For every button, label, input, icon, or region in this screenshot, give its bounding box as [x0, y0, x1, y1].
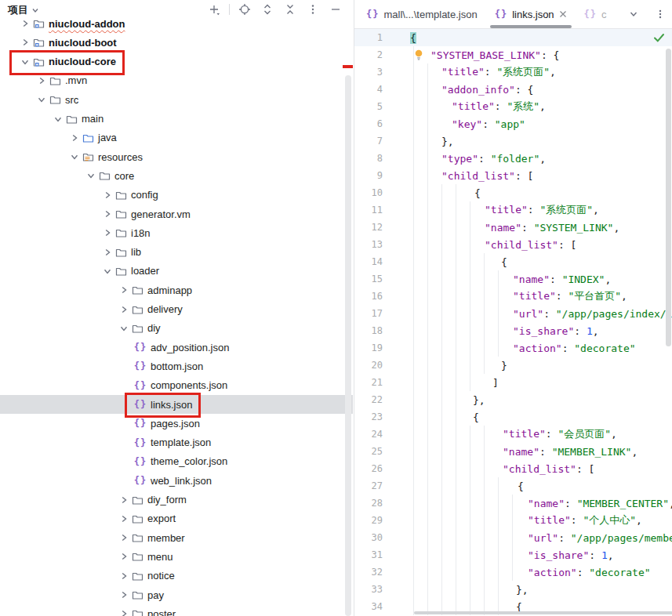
chevron-right-icon[interactable] — [100, 189, 114, 201]
tree-row-core[interactable]: core — [0, 166, 353, 185]
chevron-right-icon[interactable] — [100, 226, 114, 239]
tree-row-resources[interactable]: resources — [0, 147, 353, 166]
token-s: "decorate" — [589, 567, 650, 578]
project-view-selector[interactable]: 项目 — [0, 0, 39, 20]
chevron-right-icon[interactable] — [117, 550, 130, 563]
tree-row-niucloud-core[interactable]: niucloud-core — [0, 53, 353, 71]
chevron-right-icon[interactable] — [100, 246, 114, 259]
tab-mall-template-json[interactable]: {}mall\...\template.json — [358, 0, 486, 28]
tree-row-web-link-json[interactable]: {}web_link.json — [0, 471, 353, 490]
tree-row-bottom-json[interactable]: {}bottom.json — [0, 357, 353, 375]
tree-row-diy-form[interactable]: diy_form — [0, 491, 353, 509]
tree-row-niucloud-boot[interactable]: niucloud-boot — [0, 33, 353, 52]
token-p: }, — [473, 394, 485, 406]
chevron-right-icon[interactable] — [117, 303, 130, 316]
folder-icon — [130, 570, 144, 582]
line-number: 20 — [354, 360, 389, 371]
chevron-down-icon[interactable] — [84, 169, 97, 182]
tree-row-lib[interactable]: lib — [0, 243, 353, 262]
tree-row-menu[interactable]: menu — [0, 547, 353, 566]
tree-row-notice[interactable]: notice — [0, 567, 353, 585]
tree-row-member[interactable]: member — [0, 528, 353, 547]
tree-row-adv-position-json[interactable]: {}adv_position.json — [0, 338, 353, 357]
code-text: "title": "个人中心", — [389, 513, 642, 527]
code-line: 30"url": "/app/pages/member/index", — [354, 529, 672, 546]
chevron-down-icon[interactable] — [100, 265, 114, 277]
tree-row-src[interactable]: src — [0, 90, 353, 109]
tree-row-main[interactable]: main — [0, 110, 353, 129]
tree-row-links-json[interactable]: {}links.json — [0, 395, 353, 414]
tree-row-loader[interactable]: loader — [0, 262, 353, 281]
intention-bulb-icon[interactable] — [414, 49, 423, 63]
code-editor[interactable]: 1{2"SYSTEM_BASE_LINK": {3"title": "系统页面"… — [354, 29, 672, 616]
tree-row-pages-json[interactable]: {}pages.json — [0, 414, 353, 433]
tree-row-diy[interactable]: diy — [0, 319, 353, 338]
project-tree[interactable]: niucloud-addonniucloud-bootniucloud-core… — [0, 0, 353, 616]
tree-row-config[interactable]: config — [0, 186, 353, 205]
chevron-right-icon[interactable] — [35, 74, 48, 87]
tree-row-label: .mvn — [65, 74, 87, 86]
chevron-right-icon[interactable] — [117, 531, 130, 544]
code-text: "name": "INDEX", — [389, 274, 611, 285]
code-line: 5"title": "系统", — [354, 98, 672, 115]
chevron-right-icon[interactable] — [117, 494, 130, 506]
tree-row-label: diy_form — [147, 494, 187, 505]
editor-horizontal-scrollbar[interactable] — [414, 611, 672, 614]
locate-icon[interactable] — [237, 2, 252, 17]
chevron-right-icon[interactable] — [117, 284, 130, 296]
tree-row-template-json[interactable]: {}template.json — [0, 433, 353, 452]
close-icon[interactable] — [559, 10, 567, 18]
chevron-right-icon[interactable] — [18, 36, 31, 49]
tree-row-generator-vm[interactable]: generator.vm — [0, 205, 353, 223]
chevron-down-icon[interactable] — [18, 56, 31, 68]
code-line: 6"key": "app" — [354, 115, 672, 132]
tree-row-poster[interactable]: poster — [0, 604, 353, 616]
tree-row-export[interactable]: export — [0, 509, 353, 528]
inspections-check-icon[interactable] — [653, 32, 665, 46]
tree-row--mvn[interactable]: .mvn — [0, 71, 353, 90]
chevron-down-icon[interactable] — [35, 93, 48, 106]
token-k: "key" — [452, 118, 482, 130]
line-number: 1 — [354, 32, 389, 43]
chevron-right-icon[interactable] — [117, 607, 130, 616]
editor-panel: {}mall\...\template.json{}links.json{}c … — [354, 0, 672, 616]
add-icon[interactable] — [206, 2, 222, 17]
collapse-all-icon[interactable] — [282, 2, 298, 17]
tab-overflow-chevron-icon[interactable] — [626, 6, 641, 22]
token-p: { — [501, 256, 507, 268]
editor-vertical-scrollbar[interactable] — [666, 49, 671, 346]
chevron-right-icon[interactable] — [100, 208, 114, 220]
chevron-right-icon[interactable] — [117, 570, 130, 582]
code-text: "child_list": [ — [389, 239, 576, 251]
tree-row-components-json[interactable]: {}components.json — [0, 376, 353, 395]
tab-links-json[interactable]: {}links.json — [486, 0, 576, 28]
hide-panel-icon[interactable] — [328, 2, 343, 17]
tree-row-pay[interactable]: pay — [0, 585, 353, 604]
chevron-right-icon[interactable] — [67, 132, 81, 144]
token-k: "is_share" — [528, 549, 589, 561]
code-line: 25"name": "MEMBER_LINK", — [354, 443, 672, 460]
more-options-icon[interactable] — [305, 2, 321, 17]
chevron-down-icon[interactable] — [117, 322, 130, 335]
tree-scrollbar[interactable] — [345, 75, 351, 616]
expand-all-icon[interactable] — [260, 2, 275, 17]
tree-row-i18n[interactable]: i18n — [0, 223, 353, 242]
code-line: 3"title": "系统页面", — [354, 63, 672, 81]
chevron-right-icon[interactable] — [117, 589, 130, 601]
tree-row-label: notice — [147, 570, 175, 582]
code-text: "action": "decorate" — [389, 342, 636, 354]
tree-row-label: niucloud-core — [49, 56, 116, 67]
tree-row-adminapp[interactable]: adminapp — [0, 281, 353, 299]
chevron-right-icon[interactable] — [117, 513, 130, 525]
code-line: 8"type": "folder", — [354, 150, 672, 167]
line-number: 33 — [354, 584, 389, 595]
tree-row-delivery[interactable]: delivery — [0, 300, 353, 319]
chevron-down-icon[interactable] — [67, 150, 81, 163]
tab-c[interactable]: {}c — [576, 0, 616, 28]
tree-row-java[interactable]: java — [0, 129, 353, 147]
tree-row-theme-color-json[interactable]: {}theme_color.json — [0, 452, 353, 471]
code-text: "child_list": [ — [389, 463, 594, 475]
line-number: 17 — [354, 308, 389, 319]
chevron-down-icon[interactable] — [51, 113, 64, 125]
tab-menu-kebab-icon[interactable] — [652, 6, 668, 22]
